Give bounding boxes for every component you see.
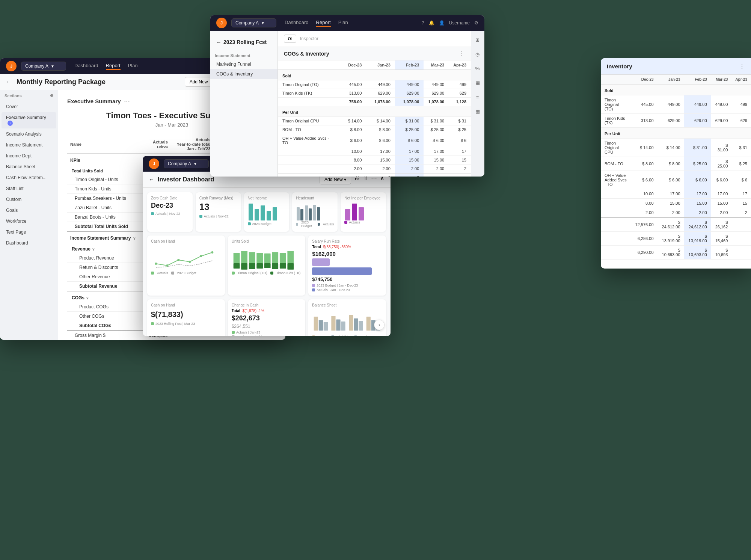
legend-dot-actuals: [151, 212, 154, 215]
company-name: Company A: [25, 63, 48, 69]
rolling-user-icon: 👤: [439, 20, 445, 26]
table-icon[interactable]: ⊞: [473, 35, 482, 44]
cash-on-hand-svg: [151, 245, 221, 271]
salary-bar-chart: [312, 258, 382, 275]
list-icon[interactable]: ≡: [473, 92, 482, 101]
inv-total-r2: [601, 232, 632, 246]
inventory-options-icon[interactable]: ⋮: [739, 63, 745, 70]
nav-report[interactable]: Report: [106, 63, 121, 70]
salary-legend: 2023 Budget | Jan - Dec-23 Actuals | Jan…: [312, 284, 382, 292]
legend-dot-to: [232, 272, 235, 275]
inv-tk-apr: 629: [731, 114, 751, 128]
nav-dashboard[interactable]: Dashboard: [74, 63, 98, 70]
collapse-chevron-icon[interactable]: ∨: [133, 236, 136, 240]
gross-margin-dollar-label: Gross Margin $: [67, 331, 144, 340]
rolling-title: 2023 Rolling Fcst: [223, 39, 267, 45]
rolling-settings-icon[interactable]: ⚙: [474, 20, 478, 26]
sidebar-item-cashflow[interactable]: Cash Flow Statem...: [2, 172, 56, 183]
sidebar-item-cover[interactable]: Cover: [2, 101, 56, 112]
sidebar-item-text[interactable]: Text Page: [2, 227, 56, 237]
calendar-icon[interactable]: ▦: [473, 107, 482, 116]
sidebar-item-cogs[interactable]: COGs & Inventory: [210, 69, 277, 79]
inv-oh-label: OH + Value Added Svcs - TO: [601, 171, 632, 189]
col-name-header: Name: [67, 135, 144, 154]
sidebar-item-staff[interactable]: Staff List: [2, 183, 56, 194]
inv-apr23-col: Apr-23: [731, 75, 751, 85]
inv-tk-dec: 313.00: [632, 114, 658, 128]
bs-legend: Assets Liabilities Equity: [312, 335, 382, 336]
bs-chart-title: Balance Sheet: [312, 303, 382, 307]
company-selector[interactable]: Company A ▼: [21, 62, 66, 71]
inv-r6-mar: 2.00: [711, 208, 732, 218]
sidebar-item-workforce[interactable]: Workforce: [2, 216, 56, 226]
svg-rect-40: [336, 319, 341, 331]
rolling-nav-plan[interactable]: Plan: [338, 20, 348, 27]
sidebar-item-goals[interactable]: Goals: [2, 205, 56, 216]
rolling-company-selector[interactable]: Company A ▼: [231, 18, 276, 27]
table-row-total: 12,576.00 $ 24,612.00 $ 24,612.00 $ 26,1…: [601, 217, 751, 232]
doc-title: Monthly Reporting Package: [17, 78, 106, 86]
sold-total-label: [278, 98, 339, 106]
table-row: 10.00 17.00 17.00 17.00 17: [278, 147, 471, 156]
cogs-collapse-icon[interactable]: ∨: [86, 296, 89, 300]
sidebar-item-executive-summary[interactable]: Executive Summary: [2, 112, 56, 128]
r4-dec23: 10.00: [339, 147, 366, 156]
inv-to-dec: 445.00: [632, 95, 658, 114]
per-unit-section-row: Per Unit: [278, 106, 471, 117]
other-revenue-label: Other Revenue: [67, 272, 144, 282]
salary-header-row: Total $(83,750) -360%: [312, 245, 382, 249]
sidebar-item-income-statement[interactable]: Income Statement: [2, 140, 56, 150]
headcount-chart: [296, 202, 334, 220]
inv-r6-apr: 2: [731, 208, 751, 218]
sidebar-item-scenario[interactable]: Scenario Analysis: [2, 129, 56, 139]
svg-rect-13: [359, 207, 364, 220]
card-salary-run-rate: Salary Run Rate Total $(83,750) -360% $1…: [308, 235, 386, 296]
add-new-button[interactable]: Add New: [185, 77, 213, 87]
card-cash-on-hand-single: Cash on Hand $(71,833) 2023 Rolling Fcst…: [147, 299, 225, 336]
inv-dec23-col: Dec-23: [632, 75, 658, 85]
table-row: 6,290.00 $ 10,693.00 $ 10,693.00 $ 10,69…: [601, 246, 751, 260]
legend-dot-assets: [312, 335, 315, 336]
per-unit-label: Per Unit: [278, 106, 471, 117]
nav-plan[interactable]: Plan: [128, 63, 138, 70]
rolling-help-icon[interactable]: ?: [422, 20, 424, 26]
section-options-icon[interactable]: ⋯: [124, 98, 130, 105]
r5-apr23: 15: [449, 156, 471, 165]
scroll-right-button[interactable]: ›: [374, 320, 385, 330]
svg-rect-32: [280, 253, 286, 263]
salary-value-actuals: $745,750: [312, 276, 382, 282]
sidebar-item-marketing[interactable]: Marketing Funnel: [210, 59, 277, 69]
row-banzai-label: Banzai Boots - Units: [67, 213, 144, 222]
rolling-nav-report[interactable]: Report: [316, 20, 331, 27]
net-inc-emp-legend: Actuals: [344, 220, 382, 224]
rolling-nav-dashboard[interactable]: Dashboard: [285, 20, 309, 27]
investor-back-button[interactable]: ←: [149, 177, 154, 183]
cogs-section-header: COGs ∨: [67, 291, 144, 302]
inv-tk-feb: 629.00: [684, 114, 711, 128]
sidebar-item-balance-sheet[interactable]: Balance Sheet: [2, 162, 56, 172]
svg-rect-42: [349, 315, 353, 331]
sidebar-item-income-dept[interactable]: Income Dept: [2, 151, 56, 161]
inv-bom-feb: $ 25.00: [684, 157, 711, 171]
svg-rect-26: [256, 253, 263, 263]
inv-total-r1-jan: $ 24,612.00: [658, 217, 684, 232]
inv-r5-feb: 15.00: [684, 199, 711, 208]
sidebar-item-dashboard[interactable]: Dashboard: [2, 238, 56, 248]
rolling-bell-icon[interactable]: 🔔: [429, 20, 434, 26]
investor-company-selector[interactable]: Company A ▼: [164, 159, 209, 168]
svg-rect-24: [249, 252, 255, 263]
fx-button[interactable]: fx: [284, 35, 296, 43]
back-button-rolling[interactable]: ←: [216, 39, 221, 45]
percent-icon[interactable]: %: [473, 64, 482, 73]
inv-total-r1-dec: 12,576.00: [632, 217, 658, 232]
add-section-icon[interactable]: ⊕: [50, 93, 53, 98]
inv-to-apr: 499: [731, 95, 751, 114]
grid-icon[interactable]: ▦: [473, 78, 482, 87]
revenue-collapse-icon[interactable]: ∨: [92, 247, 95, 251]
clock-icon[interactable]: ◷: [473, 50, 482, 59]
sold-total-dec23: 758.00: [339, 98, 366, 106]
cogs-options-icon[interactable]: ⋮: [459, 50, 465, 57]
inv-name-col: [601, 75, 632, 85]
back-button[interactable]: ←: [6, 78, 12, 85]
sidebar-item-custom[interactable]: Custom: [2, 194, 56, 205]
